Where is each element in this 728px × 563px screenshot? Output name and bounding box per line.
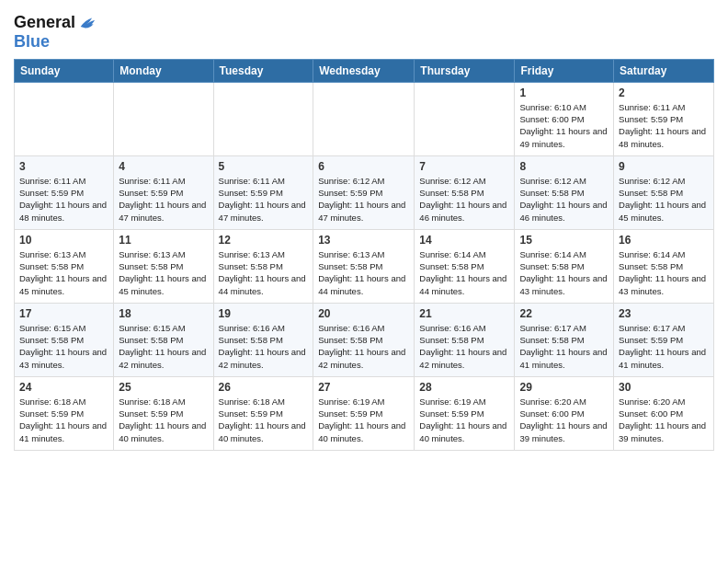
- col-header-thursday: Thursday: [415, 59, 515, 82]
- day-info: Sunrise: 6:18 AM Sunset: 5:59 PM Dayligh…: [19, 396, 108, 444]
- day-cell: 27Sunrise: 6:19 AM Sunset: 5:59 PM Dayli…: [313, 376, 415, 450]
- col-header-friday: Friday: [515, 59, 614, 82]
- day-cell: 6Sunrise: 6:12 AM Sunset: 5:59 PM Daylig…: [313, 155, 415, 229]
- day-info: Sunrise: 6:13 AM Sunset: 5:58 PM Dayligh…: [318, 248, 409, 297]
- day-cell: 8Sunrise: 6:12 AM Sunset: 5:58 PM Daylig…: [515, 155, 614, 229]
- day-info: Sunrise: 6:11 AM Sunset: 5:59 PM Dayligh…: [619, 101, 709, 150]
- day-number: 30: [619, 381, 709, 394]
- day-info: Sunrise: 6:12 AM Sunset: 5:58 PM Dayligh…: [519, 175, 609, 224]
- day-cell: 22Sunrise: 6:17 AM Sunset: 5:58 PM Dayli…: [515, 303, 614, 376]
- day-cell: [114, 82, 213, 155]
- day-cell: 4Sunrise: 6:11 AM Sunset: 5:59 PM Daylig…: [114, 155, 213, 229]
- day-number: 15: [519, 234, 609, 247]
- day-cell: [415, 82, 515, 155]
- day-cell: 16Sunrise: 6:14 AM Sunset: 5:58 PM Dayli…: [614, 229, 714, 303]
- day-number: 27: [318, 381, 409, 394]
- day-info: Sunrise: 6:18 AM Sunset: 5:59 PM Dayligh…: [119, 396, 208, 444]
- day-number: 26: [219, 381, 309, 394]
- logo: General Blue: [14, 13, 97, 52]
- header-row: SundayMondayTuesdayWednesdayThursdayFrid…: [15, 59, 714, 82]
- day-number: 10: [19, 234, 108, 247]
- day-number: 1: [519, 86, 609, 99]
- day-info: Sunrise: 6:12 AM Sunset: 5:59 PM Dayligh…: [318, 175, 409, 224]
- day-cell: 5Sunrise: 6:11 AM Sunset: 5:59 PM Daylig…: [213, 155, 313, 229]
- day-number: 19: [219, 307, 309, 320]
- day-info: Sunrise: 6:18 AM Sunset: 5:59 PM Dayligh…: [219, 396, 309, 444]
- day-cell: 17Sunrise: 6:15 AM Sunset: 5:58 PM Dayli…: [15, 303, 114, 376]
- day-number: 16: [619, 234, 709, 247]
- day-number: 17: [19, 307, 108, 320]
- day-number: 5: [219, 160, 309, 173]
- day-number: 11: [119, 234, 208, 247]
- logo-bird-icon: [77, 13, 97, 33]
- day-number: 25: [119, 381, 208, 394]
- day-cell: [213, 82, 313, 155]
- day-cell: 15Sunrise: 6:14 AM Sunset: 5:58 PM Dayli…: [515, 229, 614, 303]
- day-number: 6: [318, 160, 409, 173]
- day-number: 20: [318, 307, 409, 320]
- col-header-saturday: Saturday: [614, 59, 714, 82]
- day-cell: 23Sunrise: 6:17 AM Sunset: 5:59 PM Dayli…: [614, 303, 714, 376]
- day-cell: 1Sunrise: 6:10 AM Sunset: 6:00 PM Daylig…: [515, 82, 614, 155]
- day-info: Sunrise: 6:12 AM Sunset: 5:58 PM Dayligh…: [619, 175, 709, 224]
- day-cell: 18Sunrise: 6:15 AM Sunset: 5:58 PM Dayli…: [114, 303, 213, 376]
- logo-text-blue: Blue: [14, 33, 97, 52]
- day-cell: 30Sunrise: 6:20 AM Sunset: 6:00 PM Dayli…: [614, 376, 714, 450]
- day-info: Sunrise: 6:11 AM Sunset: 5:59 PM Dayligh…: [119, 175, 208, 224]
- day-number: 9: [619, 160, 709, 173]
- day-number: 24: [19, 381, 108, 394]
- day-cell: 2Sunrise: 6:11 AM Sunset: 5:59 PM Daylig…: [614, 82, 714, 155]
- week-row-1: 3Sunrise: 6:11 AM Sunset: 5:59 PM Daylig…: [15, 155, 714, 229]
- week-row-4: 24Sunrise: 6:18 AM Sunset: 5:59 PM Dayli…: [15, 376, 714, 450]
- page: General Blue SundayMondayTuesdayWednesda…: [0, 0, 728, 563]
- day-cell: 13Sunrise: 6:13 AM Sunset: 5:58 PM Dayli…: [313, 229, 415, 303]
- day-cell: 28Sunrise: 6:19 AM Sunset: 5:59 PM Dayli…: [415, 376, 515, 450]
- calendar: SundayMondayTuesdayWednesdayThursdayFrid…: [14, 59, 714, 451]
- day-info: Sunrise: 6:13 AM Sunset: 5:58 PM Dayligh…: [219, 248, 309, 297]
- day-number: 21: [419, 307, 509, 320]
- day-number: 14: [419, 234, 509, 247]
- day-info: Sunrise: 6:19 AM Sunset: 5:59 PM Dayligh…: [318, 396, 409, 444]
- day-cell: 10Sunrise: 6:13 AM Sunset: 5:58 PM Dayli…: [15, 229, 114, 303]
- day-number: 23: [619, 307, 709, 320]
- day-info: Sunrise: 6:15 AM Sunset: 5:58 PM Dayligh…: [19, 322, 108, 371]
- day-info: Sunrise: 6:16 AM Sunset: 5:58 PM Dayligh…: [419, 322, 509, 371]
- day-cell: 19Sunrise: 6:16 AM Sunset: 5:58 PM Dayli…: [213, 303, 313, 376]
- day-number: 28: [419, 381, 509, 394]
- col-header-tuesday: Tuesday: [213, 59, 313, 82]
- day-info: Sunrise: 6:20 AM Sunset: 6:00 PM Dayligh…: [519, 396, 609, 444]
- col-header-wednesday: Wednesday: [313, 59, 415, 82]
- day-cell: 20Sunrise: 6:16 AM Sunset: 5:58 PM Dayli…: [313, 303, 415, 376]
- day-cell: 12Sunrise: 6:13 AM Sunset: 5:58 PM Dayli…: [213, 229, 313, 303]
- day-info: Sunrise: 6:15 AM Sunset: 5:58 PM Dayligh…: [119, 322, 208, 371]
- day-number: 18: [119, 307, 208, 320]
- day-info: Sunrise: 6:16 AM Sunset: 5:58 PM Dayligh…: [219, 322, 309, 371]
- day-cell: [15, 82, 114, 155]
- day-number: 8: [519, 160, 609, 173]
- day-info: Sunrise: 6:13 AM Sunset: 5:58 PM Dayligh…: [19, 248, 108, 297]
- day-info: Sunrise: 6:17 AM Sunset: 5:59 PM Dayligh…: [619, 322, 709, 371]
- day-number: 29: [519, 381, 609, 394]
- day-info: Sunrise: 6:19 AM Sunset: 5:59 PM Dayligh…: [419, 396, 509, 444]
- day-info: Sunrise: 6:20 AM Sunset: 6:00 PM Dayligh…: [619, 396, 709, 444]
- day-info: Sunrise: 6:14 AM Sunset: 5:58 PM Dayligh…: [419, 248, 509, 297]
- day-number: 3: [19, 160, 108, 173]
- day-number: 13: [318, 234, 409, 247]
- day-number: 7: [419, 160, 509, 173]
- day-info: Sunrise: 6:17 AM Sunset: 5:58 PM Dayligh…: [519, 322, 609, 371]
- header: General Blue: [14, 9, 714, 52]
- day-cell: 3Sunrise: 6:11 AM Sunset: 5:59 PM Daylig…: [15, 155, 114, 229]
- week-row-0: 1Sunrise: 6:10 AM Sunset: 6:00 PM Daylig…: [15, 82, 714, 155]
- col-header-monday: Monday: [114, 59, 213, 82]
- day-cell: 29Sunrise: 6:20 AM Sunset: 6:00 PM Dayli…: [515, 376, 614, 450]
- day-info: Sunrise: 6:11 AM Sunset: 5:59 PM Dayligh…: [19, 175, 108, 224]
- day-number: 2: [619, 86, 709, 99]
- day-cell: 25Sunrise: 6:18 AM Sunset: 5:59 PM Dayli…: [114, 376, 213, 450]
- day-number: 12: [219, 234, 309, 247]
- day-number: 22: [519, 307, 609, 320]
- week-row-3: 17Sunrise: 6:15 AM Sunset: 5:58 PM Dayli…: [15, 303, 714, 376]
- week-row-2: 10Sunrise: 6:13 AM Sunset: 5:58 PM Dayli…: [15, 229, 714, 303]
- day-info: Sunrise: 6:14 AM Sunset: 5:58 PM Dayligh…: [519, 248, 609, 297]
- day-info: Sunrise: 6:13 AM Sunset: 5:58 PM Dayligh…: [119, 248, 208, 297]
- day-info: Sunrise: 6:16 AM Sunset: 5:58 PM Dayligh…: [318, 322, 409, 371]
